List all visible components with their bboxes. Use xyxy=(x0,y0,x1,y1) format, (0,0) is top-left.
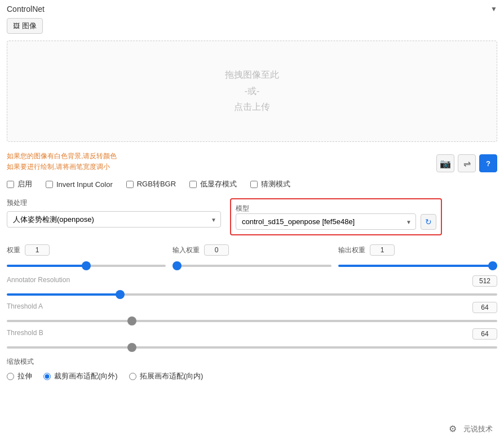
logo-text: 元说技术 xyxy=(463,424,493,434)
annotator-slider[interactable] xyxy=(7,293,497,296)
upload-line1: 拖拽图像至此 xyxy=(225,67,279,83)
enable-input[interactable] xyxy=(7,181,14,188)
help-icon: ? xyxy=(486,159,490,168)
model-refresh-button[interactable]: ↻ xyxy=(421,214,436,230)
zoom-label: 缩放模式 xyxy=(7,357,497,367)
preprocess-label: 预处理 xyxy=(7,198,221,208)
rgb2bgr-label: RGB转BGR xyxy=(137,179,176,189)
camera-button[interactable]: 📷 xyxy=(436,154,454,172)
logo-area: ⚙ 元说技术 xyxy=(449,423,493,435)
upload-line2: -或- xyxy=(225,83,279,100)
guess-label: 猜测模式 xyxy=(261,179,290,189)
radio-expand-label: 拓展画布适配(向内) xyxy=(140,371,204,381)
radio-expand[interactable]: 拓展画布适配(向内) xyxy=(129,371,204,381)
model-group: 模型 control_sd15_openpose [fef5e48e] 无 ↻ xyxy=(230,198,442,235)
lowvram-checkbox[interactable]: 低显存模式 xyxy=(189,179,237,189)
threshold-a-section: Threshold A 64 xyxy=(7,302,497,324)
upload-hint: 拖拽图像至此 -或- 点击上传 xyxy=(225,67,279,115)
controlnet-title: ControlNet xyxy=(7,5,45,14)
camera-icon: 📷 xyxy=(440,158,451,169)
lowvram-input[interactable] xyxy=(189,181,197,188)
weight-slider[interactable] xyxy=(7,265,166,267)
annotator-label: Annotator Resolution xyxy=(7,276,70,284)
input-weight-value: 0 xyxy=(204,244,229,256)
annotator-section: Annotator Resolution 512 xyxy=(7,275,497,297)
radio-expand-input[interactable] xyxy=(129,373,136,380)
tab-image[interactable]: 🖼 图像 xyxy=(7,18,43,34)
tab-image-label: 图像 xyxy=(22,21,37,31)
radio-stretch-label: 拉伸 xyxy=(17,371,32,381)
output-weight-slider[interactable] xyxy=(338,265,497,267)
radio-group: 拉伸 裁剪画布适配(向外) 拓展画布适配(向内) xyxy=(7,371,497,381)
threshold-b-slider[interactable] xyxy=(7,346,497,349)
swap-button[interactable]: ⇌ xyxy=(458,154,476,172)
output-weight-value: 1 xyxy=(370,244,395,256)
annotator-value: 512 xyxy=(472,275,497,287)
zoom-section: 缩放模式 拉伸 裁剪画布适配(向外) 拓展画布适配(向内) xyxy=(7,357,497,381)
header-row: ControlNet ▼ xyxy=(7,5,497,14)
info-line1: 如果您的图像有白色背景,请反转颜色 xyxy=(7,151,117,162)
preprocess-select[interactable]: 人体姿势检测(openpose) 无 canny depth xyxy=(7,211,221,228)
input-weight-label: 输入权重 xyxy=(173,246,200,255)
invert-input[interactable] xyxy=(46,181,53,188)
invert-label: Invert Input Color xyxy=(56,180,113,189)
weight-value: 1 xyxy=(25,244,50,256)
upload-area[interactable]: 拖拽图像至此 -或- 点击上传 xyxy=(7,41,497,142)
collapse-icon[interactable]: ▼ xyxy=(490,5,497,13)
invert-checkbox[interactable]: Invert Input Color xyxy=(46,180,113,189)
preprocess-group: 预处理 人体姿势检测(openpose) 无 canny depth xyxy=(7,198,221,228)
lowvram-label: 低显存模式 xyxy=(200,179,237,189)
radio-stretch-input[interactable] xyxy=(7,373,14,380)
input-weight-slider[interactable] xyxy=(173,265,331,267)
weight-label: 权重 xyxy=(7,246,20,255)
main-sliders: 权重 1 输入权重 0 输出权重 1 xyxy=(7,244,497,350)
logo-icon: ⚙ xyxy=(449,423,460,435)
threshold-b-section: Threshold B 64 xyxy=(7,328,497,350)
model-select-wrapper: control_sd15_openpose [fef5e48e] 无 xyxy=(236,213,416,230)
output-weight-label: 输出权重 xyxy=(338,246,365,255)
action-buttons: 📷 ⇌ ? xyxy=(436,154,497,172)
radio-crop-input[interactable] xyxy=(43,373,51,380)
guess-checkbox[interactable]: 猜测模式 xyxy=(250,179,290,189)
app-container: ControlNet ▼ 🖼 图像 拖拽图像至此 -或- 点击上传 如果您的图像… xyxy=(0,0,504,446)
upload-line3: 点击上传 xyxy=(225,99,279,115)
threshold-b-value: 64 xyxy=(472,328,497,340)
help-button[interactable]: ? xyxy=(479,154,497,172)
model-label: 模型 xyxy=(236,204,249,212)
threshold-b-label: Threshold B xyxy=(7,329,43,337)
enable-checkbox[interactable]: 启用 xyxy=(7,179,32,189)
rgb2bgr-input[interactable] xyxy=(126,181,134,188)
threshold-a-label: Threshold A xyxy=(7,302,43,310)
swap-icon: ⇌ xyxy=(463,158,471,169)
radio-stretch[interactable]: 拉伸 xyxy=(7,371,32,381)
rgb2bgr-checkbox[interactable]: RGB转BGR xyxy=(126,179,176,189)
info-line2: 如果要进行绘制,请将画笔宽度调小 xyxy=(7,162,117,172)
guess-input[interactable] xyxy=(250,181,258,188)
preprocess-select-wrapper: 人体姿势检测(openpose) 无 canny depth xyxy=(7,211,221,228)
image-tab-icon: 🖼 xyxy=(13,22,20,30)
controls-row: 预处理 人体姿势检测(openpose) 无 canny depth 模型 co… xyxy=(7,198,497,235)
model-row: control_sd15_openpose [fef5e48e] 无 ↻ xyxy=(236,213,436,230)
model-select[interactable]: control_sd15_openpose [fef5e48e] 无 xyxy=(236,213,416,230)
tab-bar: 🖼 图像 xyxy=(7,18,497,34)
enable-label: 启用 xyxy=(17,179,32,189)
refresh-icon: ↻ xyxy=(425,217,432,226)
checkbox-row: 启用 Invert Input Color RGB转BGR 低显存模式 猜测模式 xyxy=(7,179,497,189)
info-text: 如果您的图像有白色背景,请反转颜色 如果要进行绘制,请将画笔宽度调小 xyxy=(7,151,117,172)
threshold-a-slider[interactable] xyxy=(7,320,497,322)
radio-crop[interactable]: 裁剪画布适配(向外) xyxy=(43,371,118,381)
threshold-a-value: 64 xyxy=(472,302,497,313)
info-section: 如果您的图像有白色背景,请反转颜色 如果要进行绘制,请将画笔宽度调小 📷 ⇌ ? xyxy=(7,151,497,172)
radio-crop-label: 裁剪画布适配(向外) xyxy=(54,371,118,381)
